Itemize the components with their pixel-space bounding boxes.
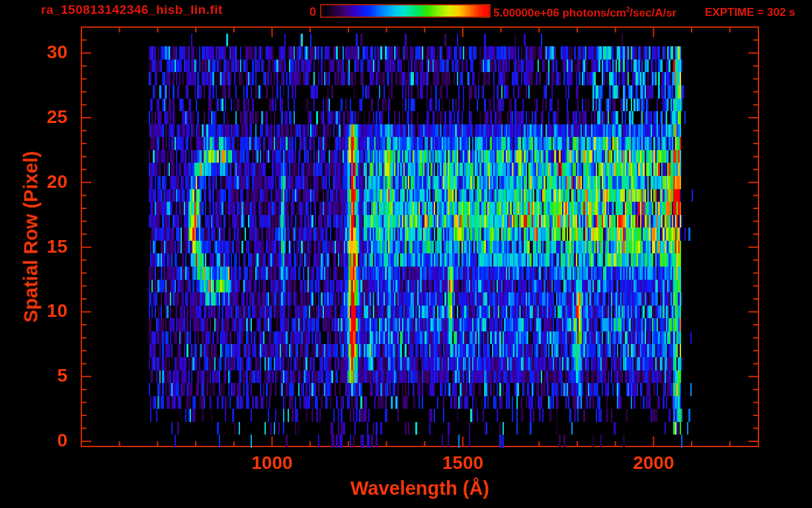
y-tick-label: 10 — [20, 300, 67, 321]
colorbar-max-label: 5.00000e+06 photons/cm2/sec/A/sr — [493, 6, 676, 20]
y-tick-label: 0 — [20, 430, 67, 451]
exptime-label: EXPTIME = 302 s — [705, 6, 795, 19]
x-tick-label: 2000 — [614, 452, 693, 474]
filename-label: ra_150813142346_hisb_lin.fit — [41, 3, 223, 17]
spectral-heatmap-canvas — [0, 0, 812, 508]
colorbar-max-label-suffix: /sec/A/sr — [629, 7, 676, 19]
x-axis-title: Wavelength (Å) — [81, 478, 758, 499]
colorbar-min-label: 0 — [284, 5, 316, 19]
y-tick-label: 25 — [20, 106, 67, 128]
colorbar-max-label-prefix: 5.00000e+06 photons/cm — [493, 7, 626, 19]
y-tick-label: 5 — [20, 365, 67, 386]
y-tick-label: 20 — [20, 171, 67, 192]
y-tick-label: 30 — [20, 42, 67, 63]
idl-spectrogram-window: { "window": {"width": 1228, "height": 76… — [0, 0, 812, 508]
x-tick-label: 1000 — [232, 452, 311, 474]
x-tick-label: 1500 — [423, 452, 503, 474]
y-tick-label: 15 — [20, 236, 67, 257]
